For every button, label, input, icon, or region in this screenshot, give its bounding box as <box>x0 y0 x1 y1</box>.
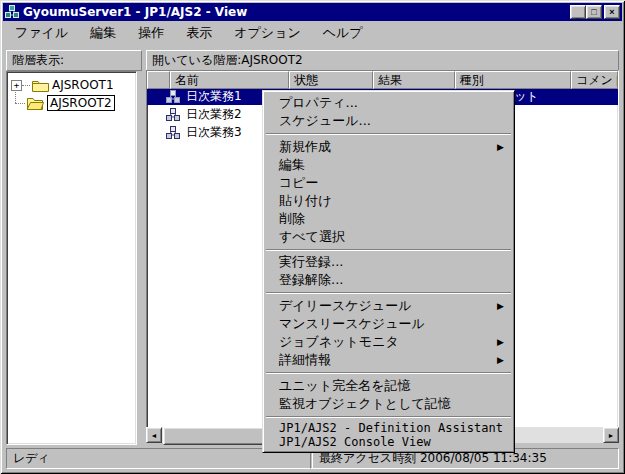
context-menu-separator <box>266 372 511 374</box>
app-icon <box>5 5 19 19</box>
jobnet-icon <box>166 90 180 103</box>
context-menu-item-register-execution[interactable]: 実行登録... <box>265 254 512 272</box>
context-menu-item-label: 新規作成 <box>279 138 331 156</box>
context-menu-item-cancel-registration[interactable]: 登録解除... <box>265 271 512 289</box>
list-header-row: 名前 状態 結果 種別 コメント <box>147 71 618 87</box>
submenu-arrow-icon: ▶ <box>497 301 504 311</box>
list-panel-caption-text: 開いている階層:AJSROOT2 <box>152 52 303 69</box>
context-menu-item-schedule[interactable]: スケジュール... <box>265 112 512 130</box>
context-menu-item-label: 削除 <box>279 210 305 228</box>
context-menu-item-label: 編集 <box>279 156 305 174</box>
scroll-left-icon: ◄ <box>151 432 158 439</box>
context-menu-item-label: JP1/AJS2 Console View <box>279 435 431 449</box>
context-menu-item-label: ジョブネットモニタ <box>279 333 399 351</box>
row-comment <box>575 87 618 105</box>
menu-edit[interactable]: 編集 <box>79 21 127 45</box>
context-menu-item-memorize-as-monitored-object[interactable]: 監視オブジェクトとして記憶 <box>265 395 512 413</box>
row-comment <box>575 123 618 141</box>
row-comment <box>575 105 618 123</box>
menu-bar: ファイル 編集 操作 表示 オプション ヘルプ <box>3 21 622 45</box>
context-menu-item-jobnet-monitor[interactable]: ジョブネットモニタ▶ <box>265 333 512 351</box>
scroll-right-icon: ► <box>608 432 615 439</box>
context-menu-item-edit[interactable]: 編集 <box>265 156 512 174</box>
context-menu-item-definition-assistant[interactable]: JP1/AJS2 - Definition Assistant <box>265 421 512 435</box>
context-menu-item-label: コピー <box>279 174 319 192</box>
context-menu-item-daily-schedule[interactable]: デイリースケジュール▶ <box>265 297 512 315</box>
menu-operate[interactable]: 操作 <box>127 21 175 45</box>
menu-options[interactable]: オプション <box>223 21 312 45</box>
scroll-right-button[interactable]: ► <box>603 427 619 443</box>
context-menu-item-delete[interactable]: 削除 <box>265 210 512 228</box>
context-menu-item-label: 貼り付け <box>279 192 332 210</box>
row-name: 日次業務2 <box>186 106 242 123</box>
list-panel-caption: 開いている階層:AJSROOT2 <box>146 50 619 71</box>
row-gutter <box>147 105 164 123</box>
context-menu-separator <box>266 416 511 418</box>
close-button[interactable]: × <box>604 5 620 19</box>
title-bar[interactable]: GyoumuServer1 - JP1/AJS2 - View _ □ × <box>3 3 622 21</box>
context-menu-item-label: 監視オブジェクトとして記憶 <box>279 395 451 413</box>
tree-item-ajsroot2[interactable]: AJSROOT2 <box>7 94 115 112</box>
submenu-arrow-icon: ▶ <box>497 355 504 365</box>
status-message-text: レディ <box>13 450 50 467</box>
closed-folder-icon <box>32 79 49 92</box>
open-folder-icon <box>27 96 44 110</box>
minimize-icon: _ <box>575 11 580 20</box>
context-menu-item-monthly-schedule[interactable]: マンスリースケジュール <box>265 315 512 333</box>
tree-expander-icon[interactable]: + <box>11 80 22 91</box>
context-menu-item-console-view[interactable]: JP1/AJS2 Console View <box>265 435 512 449</box>
menu-help[interactable]: ヘルプ <box>312 21 374 45</box>
context-menu-separator <box>266 292 511 294</box>
tree-panel-caption: 階層表示: <box>6 50 142 71</box>
context-menu-item-label: すべて選択 <box>279 228 345 246</box>
context-menu-item-copy[interactable]: コピー <box>265 174 512 192</box>
context-menu: プロパティ... スケジュール... 新規作成▶ 編集 コピー 貼り付け 削除 … <box>262 90 515 453</box>
context-menu-item-label: 詳細情報 <box>279 351 331 369</box>
menu-view[interactable]: 表示 <box>175 21 223 45</box>
context-menu-item-memorize-unit-name[interactable]: ユニット完全名を記憶 <box>265 377 512 395</box>
row-name: 日次業務3 <box>186 124 242 141</box>
window-title: GyoumuServer1 - JP1/AJS2 - View <box>19 5 570 19</box>
context-menu-item-label: 実行登録... <box>279 253 343 271</box>
maximize-icon: □ <box>591 8 596 17</box>
tree-item-label-selected[interactable]: AJSROOT2 <box>47 95 115 111</box>
context-menu-item-select-all[interactable]: すべて選択 <box>265 228 512 246</box>
close-icon: × <box>609 8 614 17</box>
context-menu-separator <box>266 249 511 251</box>
menu-file[interactable]: ファイル <box>4 21 79 45</box>
row-gutter <box>147 87 164 105</box>
scroll-left-button[interactable]: ◄ <box>146 427 162 443</box>
maximize-button[interactable]: □ <box>586 5 602 19</box>
context-menu-item-label: デイリースケジュール <box>279 297 411 315</box>
context-menu-separator <box>266 133 511 135</box>
context-menu-item-label: JP1/AJS2 - Definition Assistant <box>279 421 503 435</box>
context-menu-item-label: 登録解除... <box>279 271 343 289</box>
row-gutter <box>147 123 164 141</box>
context-menu-item-label: ユニット完全名を記憶 <box>279 377 411 395</box>
tree-panel-caption-text: 階層表示: <box>12 52 64 69</box>
context-menu-item-properties[interactable]: プロパティ... <box>265 94 512 112</box>
submenu-arrow-icon: ▶ <box>497 142 504 152</box>
hierarchy-tree[interactable]: + AJSROOT1 AJSROOT2 <box>6 71 137 445</box>
submenu-arrow-icon: ▶ <box>497 337 504 347</box>
tree-item-ajsroot1[interactable]: + AJSROOT1 <box>7 76 114 94</box>
context-menu-item-label: プロパティ... <box>279 94 358 112</box>
context-menu-item-label: マンスリースケジュール <box>279 315 425 333</box>
app-window: GyoumuServer1 - JP1/AJS2 - View _ □ × ファ… <box>0 0 625 474</box>
tree-connector <box>22 85 30 86</box>
context-menu-item-new[interactable]: 新規作成▶ <box>265 138 512 156</box>
minimize-button[interactable]: _ <box>570 5 586 19</box>
row-name: 日次業務1 <box>186 88 242 105</box>
jobnet-icon <box>166 126 180 139</box>
context-menu-item-label: スケジュール... <box>279 112 371 130</box>
context-menu-item-paste[interactable]: 貼り付け <box>265 192 512 210</box>
jobnet-icon <box>166 108 180 121</box>
context-menu-item-detailed-info[interactable]: 詳細情報▶ <box>265 351 512 369</box>
tree-item-label[interactable]: AJSROOT1 <box>52 78 114 92</box>
